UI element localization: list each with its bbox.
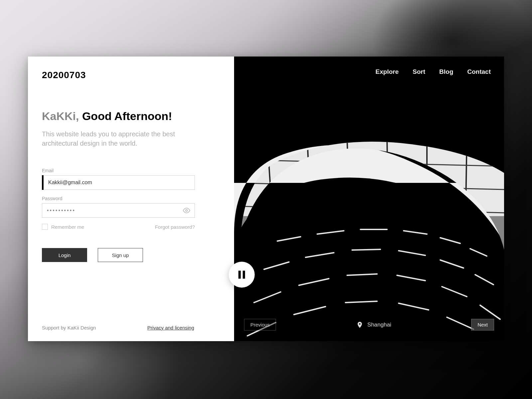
button-row: Login Sign up — [42, 248, 220, 262]
login-panel: 20200703 KaKKi, Good Afternoon! This web… — [28, 57, 234, 341]
forgot-password-link[interactable]: Forgot password? — [155, 224, 195, 230]
next-button[interactable]: Next — [471, 319, 494, 331]
previous-button[interactable]: Previous — [244, 319, 276, 331]
nav-sort[interactable]: Sort — [413, 68, 425, 75]
signup-button[interactable]: Sign up — [98, 248, 143, 262]
top-nav: Explore Sort Blog Contact — [375, 68, 491, 75]
pause-icon — [238, 271, 245, 279]
privacy-link[interactable]: Privacy and licensing — [147, 325, 194, 331]
eye-icon[interactable] — [183, 207, 190, 214]
login-button[interactable]: Login — [42, 248, 87, 262]
pin-icon — [356, 321, 363, 329]
greeting: KaKKi, Good Afternoon! — [42, 109, 220, 123]
svg-line-21 — [352, 249, 380, 250]
password-label: Password — [42, 196, 220, 201]
footer: Support by KaKii Design Privacy and lice… — [42, 325, 194, 331]
email-label: Email — [42, 168, 220, 173]
password-field[interactable] — [42, 203, 195, 218]
nav-contact[interactable]: Contact — [467, 68, 491, 75]
greeting-block: KaKKi, Good Afternoon! This website lead… — [42, 109, 220, 148]
greeting-text: Good Afternoon! — [82, 110, 172, 122]
subtitle: This website leads you to appreciate the… — [42, 129, 188, 148]
logo: 20200703 — [42, 70, 220, 80]
remember-label: Remember me — [51, 224, 84, 230]
email-field[interactable] — [44, 175, 195, 190]
svg-point-0 — [186, 209, 188, 211]
hero-image — [234, 57, 504, 341]
location-text: Shanghai — [367, 322, 391, 328]
main-panel: 20200703 KaKKi, Good Afternoon! This web… — [28, 57, 504, 341]
nav-explore[interactable]: Explore — [375, 68, 399, 75]
remember-me[interactable]: Remember me — [42, 224, 84, 230]
remember-checkbox[interactable] — [42, 224, 48, 230]
pause-button[interactable] — [229, 262, 255, 288]
form-options-row: Remember me Forgot password? — [42, 224, 195, 230]
support-text: Support by KaKii Design — [42, 325, 96, 331]
greeting-name: KaKKi, — [42, 110, 79, 122]
hero-panel: Explore Sort Blog Contact Previous Shang… — [234, 57, 504, 341]
nav-blog[interactable]: Blog — [439, 68, 453, 75]
slideshow-controls: Previous Shanghai Next — [244, 319, 494, 331]
email-input-wrapper — [42, 175, 195, 190]
password-input-wrapper — [42, 203, 195, 218]
location-indicator: Shanghai — [356, 321, 391, 329]
login-form: Email Password Remember me — [42, 168, 220, 262]
